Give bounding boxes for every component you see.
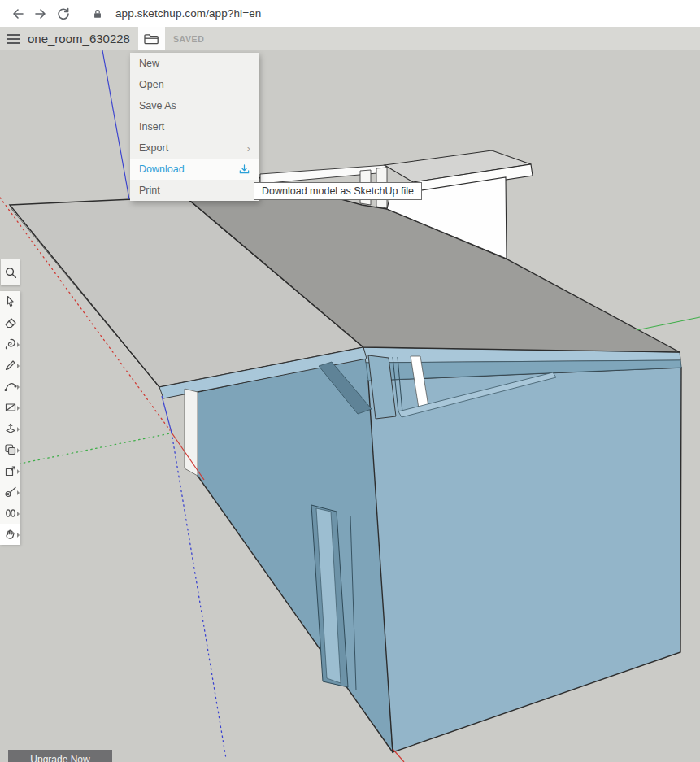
browser-toolbar: app.sketchup.com/app?hl=en xyxy=(0,0,700,28)
eraser-tool[interactable] xyxy=(0,312,20,333)
select-cursor-icon xyxy=(3,294,18,309)
browser-reload-button[interactable] xyxy=(52,2,75,25)
orbit-tool[interactable] xyxy=(0,524,20,545)
orbit-hand-icon xyxy=(3,527,18,542)
download-tooltip: Download model as SketchUp file xyxy=(254,182,422,200)
menu-item-export[interactable]: Export › xyxy=(130,137,259,159)
reload-icon xyxy=(56,7,71,21)
shapes-tool[interactable] xyxy=(0,397,20,418)
flyout-arrow-icon xyxy=(17,364,20,368)
save-status-badge: SAVED xyxy=(173,34,204,44)
arc-icon xyxy=(3,379,18,394)
menu-item-new[interactable]: New xyxy=(130,53,259,74)
viewport-3d[interactable] xyxy=(0,0,700,762)
offset-tool[interactable] xyxy=(0,439,20,460)
hamburger-icon xyxy=(7,34,20,36)
menu-item-save-as[interactable]: Save As xyxy=(130,95,259,116)
push-pull-tool[interactable] xyxy=(0,418,20,439)
lock-icon xyxy=(92,8,103,20)
file-menu-dropdown: New Open Save As Insert Export › Downloa… xyxy=(130,53,259,201)
ssl-lock-icon[interactable] xyxy=(86,2,109,25)
forward-arrow-icon xyxy=(33,7,48,21)
walk-footprints-icon xyxy=(3,506,18,520)
file-menu-button[interactable] xyxy=(138,27,165,50)
main-menu-button[interactable] xyxy=(0,27,24,50)
flyout-arrow-icon xyxy=(17,427,20,432)
download-icon xyxy=(238,163,250,176)
upgrade-now-button[interactable]: Upgrade Now xyxy=(8,750,112,762)
tape-measure-icon xyxy=(3,485,18,499)
arc-tool[interactable] xyxy=(0,376,20,397)
move-icon xyxy=(3,464,18,478)
back-arrow-icon xyxy=(11,7,25,21)
flyout-arrow-icon xyxy=(17,533,20,538)
line-tool[interactable] xyxy=(0,355,20,376)
browser-back-button[interactable] xyxy=(7,2,29,25)
move-tool[interactable] xyxy=(0,460,20,481)
flyout-arrow-icon xyxy=(17,448,20,453)
search-icon xyxy=(4,266,18,280)
rectangle-icon xyxy=(3,400,18,415)
tool-palette xyxy=(0,291,20,545)
flyout-arrow-icon xyxy=(17,406,20,411)
menu-item-open[interactable]: Open xyxy=(130,74,259,95)
sketchup-header: one_room_630228 SAVED xyxy=(0,27,700,50)
select-tool[interactable] xyxy=(0,291,20,312)
tape-measure-tool[interactable] xyxy=(0,481,20,503)
push-pull-icon xyxy=(3,421,18,436)
model-left-wall-end xyxy=(185,389,198,476)
submenu-chevron-icon: › xyxy=(247,142,250,155)
flyout-arrow-icon xyxy=(17,512,20,516)
flyout-arrow-icon xyxy=(17,385,20,390)
search-tool-button[interactable] xyxy=(1,259,20,285)
browser-forward-button[interactable] xyxy=(29,2,52,25)
pencil-icon xyxy=(3,358,18,372)
flyout-arrow-icon xyxy=(17,469,20,474)
address-bar-url[interactable]: app.sketchup.com/app?hl=en xyxy=(115,7,261,20)
offset-icon xyxy=(3,442,18,457)
eraser-icon xyxy=(3,316,18,330)
flyout-arrow-icon xyxy=(17,342,20,347)
menu-item-download[interactable]: Download xyxy=(130,159,259,180)
paint-bucket-icon xyxy=(3,337,18,351)
walk-tool[interactable] xyxy=(0,503,20,524)
folder-icon xyxy=(143,32,159,46)
menu-item-insert[interactable]: Insert xyxy=(130,116,259,137)
flyout-arrow-icon xyxy=(17,490,20,495)
document-title[interactable]: one_room_630228 xyxy=(28,32,130,46)
paint-bucket-tool[interactable] xyxy=(0,333,20,355)
menu-item-print[interactable]: Print xyxy=(130,180,259,201)
